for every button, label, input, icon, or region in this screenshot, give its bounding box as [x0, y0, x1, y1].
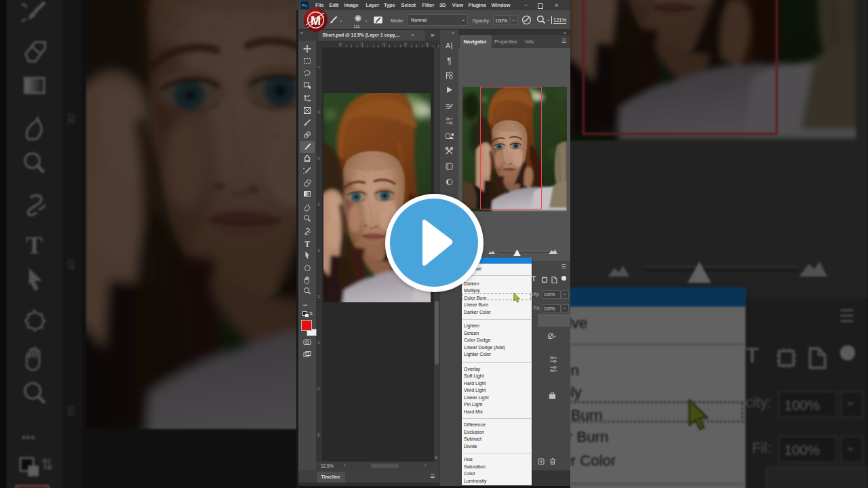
svg-text:¶: ¶	[447, 56, 451, 65]
svg-text:M: M	[311, 14, 321, 28]
svg-text:A: A	[446, 42, 450, 49]
svg-text:T: T	[26, 230, 43, 256]
svg-text:T: T	[304, 240, 310, 248]
